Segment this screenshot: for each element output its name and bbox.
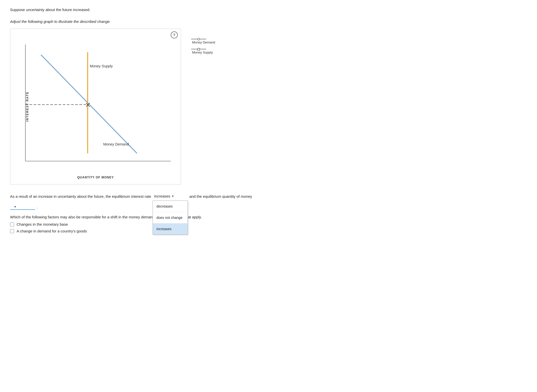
second-dropdown-area: ▼ . xyxy=(10,204,266,210)
result-text-before: As a result of an increase in uncertaint… xyxy=(10,193,151,200)
dropdown1-option-decreases[interactable]: decreases xyxy=(153,201,188,212)
dropdown1-option-increases[interactable]: increases xyxy=(153,223,188,234)
svg-text:Money Demand: Money Demand xyxy=(103,142,129,146)
legend-item-supply: Money Supply xyxy=(191,49,215,54)
result-row-1: As a result of an increase in uncertaint… xyxy=(10,192,266,201)
dropdown1-option-does-not-change[interactable]: does not change xyxy=(153,212,188,223)
legend-item-demand: Money Demand xyxy=(191,39,215,44)
main-question-text: Suppose uncertainty about the future inc… xyxy=(10,8,266,12)
legend-demand-circle xyxy=(197,38,200,40)
svg-text:Money Supply: Money Supply xyxy=(90,64,113,68)
legend-supply-label: Money Supply xyxy=(192,51,215,54)
result-text-after: and the equilibrium quantity of money xyxy=(189,193,252,200)
checkbox-item-2: A change in demand for a country's goods xyxy=(10,229,266,233)
graph-area: Money Supply Money Demand xyxy=(25,41,171,164)
graph-svg: Money Supply Money Demand xyxy=(25,41,171,164)
legend-supply-line xyxy=(191,49,206,50)
dropdown1-selected-value: increases xyxy=(154,192,170,200)
checkbox-label-monetary-base: Changes in the monetary base xyxy=(17,222,68,226)
checkbox-monetary-base[interactable] xyxy=(10,222,14,226)
dropdown2-selected-value xyxy=(12,205,13,209)
dropdown1-trigger[interactable]: increases ▼ decreases does not change in… xyxy=(153,192,188,201)
checkbox-country-demand[interactable] xyxy=(10,229,14,233)
legend-demand-line xyxy=(191,39,206,39)
dropdown2-trigger[interactable]: ▼ xyxy=(10,204,35,210)
graph-container: ? INTEREST RATE Money Supply Money D xyxy=(10,29,266,184)
dropdown1-menu: decreases does not change increases xyxy=(153,201,188,235)
checkbox-list: Changes in the monetary base A change in… xyxy=(10,222,266,233)
legend-area: Money Demand Money Supply xyxy=(191,29,215,54)
checkbox-label-country-demand: A change in demand for a country's goods xyxy=(17,229,87,233)
second-dropdown-period: . xyxy=(37,205,38,209)
dropdown1-arrow: ▼ xyxy=(171,193,174,199)
checkbox-item-1: Changes in the monetary base xyxy=(10,222,266,226)
instruction-text: Adjust the following graph to illustrate… xyxy=(10,19,266,24)
legend-demand-label: Money Demand xyxy=(192,40,215,44)
graph-wrapper: ? INTEREST RATE Money Supply Money D xyxy=(10,29,181,184)
x-axis-label: QUANTITY OF MONEY xyxy=(77,176,114,179)
help-icon[interactable]: ? xyxy=(171,31,178,38)
dropdown2-arrow: ▼ xyxy=(14,205,17,209)
which-question: Which of the following factors may also … xyxy=(10,215,266,219)
legend-supply-square xyxy=(197,48,200,51)
